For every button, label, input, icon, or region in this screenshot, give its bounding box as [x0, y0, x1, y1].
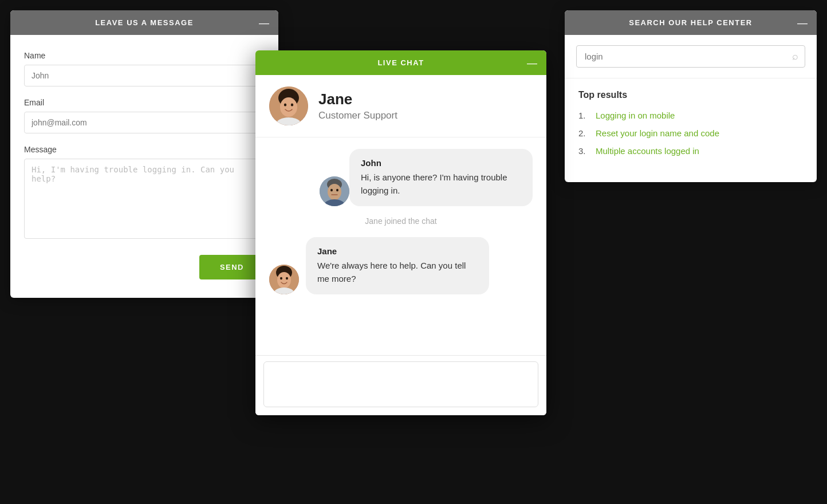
svg-point-3 — [280, 97, 297, 117]
svg-point-10 — [328, 184, 341, 200]
name-group: Name — [24, 51, 265, 86]
search-icon: ⌕ — [792, 50, 798, 62]
name-input[interactable] — [24, 65, 265, 86]
jane-bubble: Jane We're always here to help. Can you … — [306, 237, 489, 294]
list-item: 3. Multiple accounts logged in — [578, 146, 803, 156]
send-button[interactable]: SEND — [199, 255, 265, 279]
agent-text: Jane Customer Support — [318, 90, 397, 121]
help-center-panel: SEARCH OUR HELP CENTER — ⌕ Top results 1… — [565, 10, 817, 182]
chat-body: John Hi, is anyone there? I'm having tro… — [255, 137, 546, 355]
result-link-1[interactable]: Logging in on mobile — [596, 111, 675, 120]
svg-point-18 — [277, 272, 291, 288]
left-panel-header: LEAVE US A MESSAGE — — [10, 10, 278, 35]
name-label: Name — [24, 51, 265, 60]
left-panel-minimize[interactable]: — — [259, 18, 269, 28]
center-panel-header: LIVE CHAT — — [255, 50, 546, 75]
results-list: 1. Logging in on mobile 2. Reset your lo… — [578, 111, 803, 156]
right-panel-title: SEARCH OUR HELP CENTER — [629, 18, 753, 27]
john-bubble-name: John — [361, 158, 521, 168]
email-group: Email — [24, 98, 265, 133]
left-panel-title: LEAVE US A MESSAGE — [95, 18, 194, 27]
email-label: Email — [24, 98, 265, 107]
search-box: ⌕ — [576, 45, 805, 68]
chat-message-jane: Jane We're always here to help. Can you … — [269, 237, 533, 294]
search-box-wrap: ⌕ — [565, 35, 817, 78]
result-number-2: 2. — [578, 128, 590, 138]
agent-info: Jane Customer Support — [255, 75, 546, 137]
result-link-3[interactable]: Multiple accounts logged in — [596, 146, 699, 156]
svg-point-5 — [291, 104, 293, 107]
john-bubble: John Hi, is anyone there? I'm having tro… — [349, 149, 533, 206]
search-input[interactable] — [576, 45, 805, 68]
agent-role: Customer Support — [318, 110, 397, 121]
result-number-1: 1. — [578, 111, 590, 120]
results-title: Top results — [578, 90, 803, 100]
svg-point-12 — [336, 189, 338, 191]
john-avatar — [320, 176, 349, 206]
jane-chat-avatar — [269, 265, 299, 294]
message-label: Message — [24, 145, 265, 154]
svg-point-4 — [284, 104, 286, 107]
results-section: Top results 1. Logging in on mobile 2. R… — [565, 78, 817, 182]
jane-bubble-name: Jane — [317, 246, 478, 256]
agent-name: Jane — [318, 90, 397, 108]
list-item: 2. Reset your login name and code — [578, 128, 803, 138]
center-panel-title: LIVE CHAT — [377, 58, 424, 67]
chat-input-area — [255, 355, 546, 415]
chat-input[interactable] — [263, 361, 538, 407]
svg-point-11 — [330, 189, 333, 191]
center-panel-minimize[interactable]: — — [527, 58, 537, 68]
left-panel-body: Name Email Message Hi, I'm having troubl… — [10, 35, 278, 298]
live-chat-panel: LIVE CHAT — Jane — [255, 50, 546, 415]
join-notice: Jane joined the chat — [269, 216, 533, 226]
email-input[interactable] — [24, 112, 265, 133]
result-link-2[interactable]: Reset your login name and code — [596, 128, 719, 138]
list-item: 1. Logging in on mobile — [578, 111, 803, 120]
right-panel-minimize[interactable]: — — [797, 18, 808, 28]
message-group: Message Hi, I'm having trouble logging i… — [24, 145, 265, 241]
right-panel-header: SEARCH OUR HELP CENTER — — [565, 10, 817, 35]
message-textarea[interactable]: Hi, I'm having trouble logging in. Can y… — [24, 159, 265, 239]
jane-bubble-text: We're always here to help. Can you tell … — [317, 259, 478, 285]
agent-avatar — [269, 86, 308, 125]
svg-point-19 — [280, 277, 282, 279]
chat-message-john: John Hi, is anyone there? I'm having tro… — [269, 149, 533, 206]
john-bubble-text: Hi, is anyone there? I'm having trouble … — [361, 171, 521, 197]
result-number-3: 3. — [578, 146, 590, 156]
svg-point-20 — [286, 277, 288, 279]
leave-message-panel: LEAVE US A MESSAGE — Name Email Message … — [10, 10, 278, 298]
